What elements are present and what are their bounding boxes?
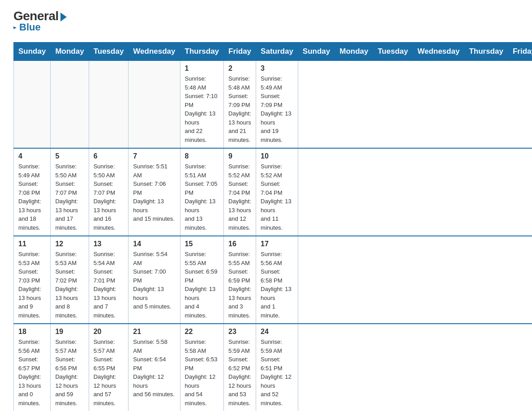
calendar-week-row: 18Sunrise: 5:56 AM Sunset: 6:57 PM Dayli…: [14, 324, 532, 411]
day-info: Sunrise: 5:55 AM Sunset: 6:59 PM Dayligh…: [228, 250, 251, 320]
day-number: 13: [94, 240, 124, 248]
day-number: 17: [261, 240, 293, 248]
calendar-cell: 2Sunrise: 5:48 AM Sunset: 7:09 PM Daylig…: [224, 61, 256, 149]
calendar-cell: 7Sunrise: 5:51 AM Sunset: 7:06 PM Daylig…: [129, 148, 180, 236]
logo-small-arrow-icon: [13, 26, 17, 29]
calendar-cell: 10Sunrise: 5:52 AM Sunset: 7:04 PM Dayli…: [256, 148, 298, 236]
calendar-cell: 24Sunrise: 5:59 AM Sunset: 6:51 PM Dayli…: [256, 324, 298, 411]
weekday-header-friday: Friday: [508, 43, 532, 61]
weekday-header-saturday: Saturday: [256, 43, 298, 61]
calendar-cell: 9Sunrise: 5:52 AM Sunset: 7:04 PM Daylig…: [224, 148, 256, 236]
weekday-header-sunday: Sunday: [14, 43, 51, 61]
calendar-cell: 5Sunrise: 5:50 AM Sunset: 7:07 PM Daylig…: [51, 148, 89, 236]
weekday-header-monday: Monday: [335, 43, 373, 61]
day-number: 9: [228, 152, 251, 160]
day-number: 16: [228, 240, 251, 248]
calendar-cell: 17Sunrise: 5:56 AM Sunset: 6:58 PM Dayli…: [256, 236, 298, 324]
calendar-week-row: 11Sunrise: 5:53 AM Sunset: 7:03 PM Dayli…: [14, 236, 532, 324]
weekday-header-thursday: Thursday: [180, 43, 224, 61]
day-number: 5: [55, 152, 84, 160]
day-number: 3: [261, 64, 293, 73]
day-info: Sunrise: 5:48 AM Sunset: 7:09 PM Dayligh…: [228, 74, 251, 144]
day-info: Sunrise: 5:57 AM Sunset: 6:55 PM Dayligh…: [94, 338, 124, 407]
day-info: Sunrise: 5:50 AM Sunset: 7:07 PM Dayligh…: [55, 162, 84, 232]
day-number: 10: [261, 152, 293, 160]
weekday-header-friday: Friday: [224, 43, 256, 61]
day-number: 14: [133, 240, 175, 248]
page-header: General Blue: [13, 9, 519, 33]
day-info: Sunrise: 5:56 AM Sunset: 6:58 PM Dayligh…: [261, 250, 293, 320]
calendar-cell: 22Sunrise: 5:58 AM Sunset: 6:53 PM Dayli…: [180, 324, 224, 411]
calendar-header-row: SundayMondayTuesdayWednesdayThursdayFrid…: [14, 43, 532, 61]
calendar-cell: 6Sunrise: 5:50 AM Sunset: 7:07 PM Daylig…: [89, 148, 129, 236]
day-info: Sunrise: 5:57 AM Sunset: 6:56 PM Dayligh…: [55, 338, 84, 407]
calendar-cell: 21Sunrise: 5:58 AM Sunset: 6:54 PM Dayli…: [129, 324, 180, 411]
calendar-cell: 20Sunrise: 5:57 AM Sunset: 6:55 PM Dayli…: [89, 324, 129, 411]
calendar-cell: 11Sunrise: 5:53 AM Sunset: 7:03 PM Dayli…: [14, 236, 51, 324]
day-number: 11: [18, 240, 46, 248]
day-number: 24: [261, 328, 293, 336]
day-info: Sunrise: 5:49 AM Sunset: 7:08 PM Dayligh…: [18, 162, 46, 232]
calendar-cell: 16Sunrise: 5:55 AM Sunset: 6:59 PM Dayli…: [224, 236, 256, 324]
day-info: Sunrise: 5:52 AM Sunset: 7:04 PM Dayligh…: [228, 162, 251, 232]
calendar-week-row: 4Sunrise: 5:49 AM Sunset: 7:08 PM Daylig…: [14, 148, 532, 236]
day-info: Sunrise: 5:50 AM Sunset: 7:07 PM Dayligh…: [94, 162, 124, 232]
day-number: 8: [185, 152, 219, 160]
day-info: Sunrise: 5:52 AM Sunset: 7:04 PM Dayligh…: [261, 162, 293, 232]
calendar-cell: 14Sunrise: 5:54 AM Sunset: 7:00 PM Dayli…: [129, 236, 180, 324]
calendar-week-row: 1Sunrise: 5:48 AM Sunset: 7:10 PM Daylig…: [14, 61, 532, 149]
calendar-cell: 18Sunrise: 5:56 AM Sunset: 6:57 PM Dayli…: [14, 324, 51, 411]
day-number: 12: [55, 240, 84, 248]
day-info: Sunrise: 5:58 AM Sunset: 6:54 PM Dayligh…: [133, 338, 175, 399]
day-info: Sunrise: 5:55 AM Sunset: 6:59 PM Dayligh…: [185, 250, 219, 320]
weekday-header-thursday: Thursday: [464, 43, 508, 61]
day-number: 19: [55, 328, 84, 336]
day-number: 7: [133, 152, 175, 160]
calendar-cell: 1Sunrise: 5:48 AM Sunset: 7:10 PM Daylig…: [180, 61, 224, 149]
day-number: 21: [133, 328, 175, 336]
day-info: Sunrise: 5:56 AM Sunset: 6:57 PM Dayligh…: [18, 338, 46, 407]
calendar-cell: 4Sunrise: 5:49 AM Sunset: 7:08 PM Daylig…: [14, 148, 51, 236]
day-number: 15: [185, 240, 219, 248]
day-number: 1: [185, 64, 219, 73]
weekday-header-sunday: Sunday: [298, 43, 335, 61]
day-number: 18: [18, 328, 46, 336]
calendar-cell: 12Sunrise: 5:53 AM Sunset: 7:02 PM Dayli…: [51, 236, 89, 324]
day-info: Sunrise: 5:53 AM Sunset: 7:03 PM Dayligh…: [18, 250, 46, 320]
day-number: 2: [228, 64, 251, 73]
calendar-cell: 15Sunrise: 5:55 AM Sunset: 6:59 PM Dayli…: [180, 236, 224, 324]
day-info: Sunrise: 5:58 AM Sunset: 6:53 PM Dayligh…: [185, 338, 219, 407]
calendar-table: SundayMondayTuesdayWednesdayThursdayFrid…: [13, 42, 532, 411]
day-info: Sunrise: 5:54 AM Sunset: 7:00 PM Dayligh…: [133, 250, 175, 311]
weekday-header-wednesday: Wednesday: [413, 43, 464, 61]
day-number: 23: [228, 328, 251, 336]
day-info: Sunrise: 5:53 AM Sunset: 7:02 PM Dayligh…: [55, 250, 84, 320]
weekday-header-tuesday: Tuesday: [373, 43, 413, 61]
day-info: Sunrise: 5:51 AM Sunset: 7:06 PM Dayligh…: [133, 162, 175, 223]
day-number: 22: [185, 328, 219, 336]
calendar-cell: 8Sunrise: 5:51 AM Sunset: 7:05 PM Daylig…: [180, 148, 224, 236]
weekday-header-monday: Monday: [51, 43, 89, 61]
logo-arrow-icon: [60, 13, 67, 21]
day-info: Sunrise: 5:59 AM Sunset: 6:52 PM Dayligh…: [228, 338, 251, 407]
day-number: 4: [18, 152, 46, 160]
day-info: Sunrise: 5:49 AM Sunset: 7:09 PM Dayligh…: [261, 74, 293, 144]
day-number: 6: [94, 152, 124, 160]
calendar-cell: [51, 61, 89, 149]
calendar-cell: 23Sunrise: 5:59 AM Sunset: 6:52 PM Dayli…: [224, 324, 256, 411]
day-info: Sunrise: 5:59 AM Sunset: 6:51 PM Dayligh…: [261, 338, 293, 407]
day-info: Sunrise: 5:54 AM Sunset: 7:01 PM Dayligh…: [94, 250, 124, 320]
weekday-header-tuesday: Tuesday: [89, 43, 129, 61]
calendar-cell: 13Sunrise: 5:54 AM Sunset: 7:01 PM Dayli…: [89, 236, 129, 324]
day-number: 20: [94, 328, 124, 336]
weekday-header-wednesday: Wednesday: [129, 43, 180, 61]
logo: General Blue: [13, 9, 67, 33]
day-info: Sunrise: 5:51 AM Sunset: 7:05 PM Dayligh…: [185, 162, 219, 232]
calendar-cell: 3Sunrise: 5:49 AM Sunset: 7:09 PM Daylig…: [256, 61, 298, 149]
logo-blue-text: Blue: [19, 21, 41, 33]
calendar-cell: [129, 61, 180, 149]
calendar-cell: [89, 61, 129, 149]
calendar-cell: 19Sunrise: 5:57 AM Sunset: 6:56 PM Dayli…: [51, 324, 89, 411]
day-info: Sunrise: 5:48 AM Sunset: 7:10 PM Dayligh…: [185, 74, 219, 144]
calendar-cell: [14, 61, 51, 149]
